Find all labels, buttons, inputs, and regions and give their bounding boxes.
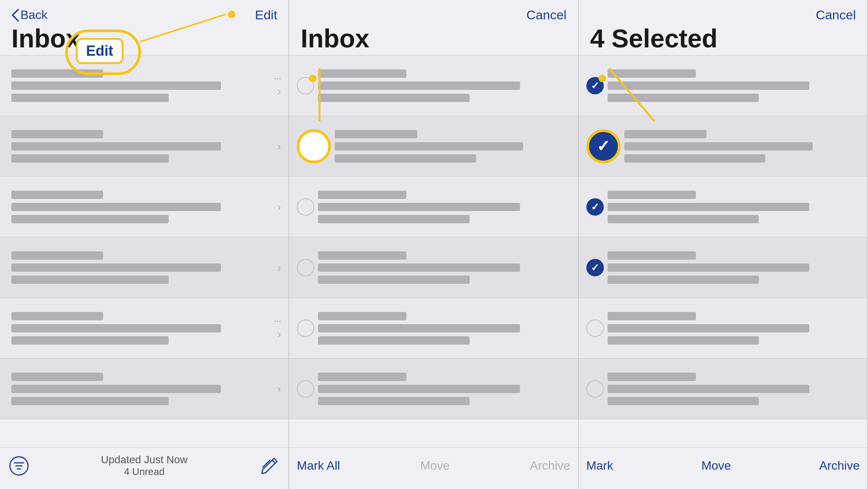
email-sender-line: [608, 373, 696, 381]
email-preview-line: [608, 397, 759, 405]
email-item[interactable]: [289, 55, 578, 116]
email-subject-line: [318, 82, 520, 90]
email-preview-line: [11, 276, 169, 284]
email-preview-line: [608, 215, 759, 223]
email-subject-line: [11, 385, 221, 393]
email-content: [8, 69, 273, 102]
svg-rect-5: [262, 459, 271, 468]
email-item[interactable]: [289, 298, 578, 359]
select-circle-unsel-5[interactable]: [586, 320, 604, 337]
filter-button[interactable]: [8, 455, 30, 477]
email-sender-line: [608, 312, 696, 320]
email-sender-line: [624, 130, 707, 138]
email-sender-line: [11, 373, 103, 381]
email-subject-line: [608, 82, 809, 90]
email-item[interactable]: [289, 237, 578, 298]
email-item[interactable]: ›: [0, 359, 288, 419]
email-content: [604, 191, 860, 223]
email-content: [604, 69, 860, 102]
email-subject-line: [318, 385, 520, 393]
panel3-email-list: ✓ ✓ ✓: [579, 55, 867, 447]
email-item[interactable]: [289, 359, 578, 419]
select-circle-6[interactable]: [297, 380, 314, 398]
email-subject-line: [335, 142, 523, 150]
callout-dot-check: [599, 75, 606, 82]
select-circle-selected-3[interactable]: ✓: [586, 198, 604, 216]
email-subject-line: [318, 263, 520, 272]
email-subject-line: [608, 324, 809, 332]
email-sender-line: [318, 251, 406, 260]
email-subject-line: [318, 203, 520, 211]
email-sender-line: [608, 69, 696, 78]
email-preview-line: [335, 154, 476, 163]
email-subject-line: [11, 203, 221, 211]
email-subject-line: [624, 142, 813, 150]
email-item[interactable]: ✓: [579, 177, 867, 237]
email-sender-line: [318, 191, 406, 199]
cancel-button-panel2[interactable]: Cancel: [526, 8, 567, 22]
email-item[interactable]: ›: [0, 177, 288, 237]
selected-title: 4 Selected: [590, 25, 856, 51]
email-sender-line: [318, 373, 406, 381]
panel2-email-list: [289, 55, 578, 447]
back-button[interactable]: Back: [11, 8, 47, 22]
inbox-title: Inbox: [11, 25, 277, 51]
chevron-right-icon: ›: [277, 261, 281, 274]
compose-button[interactable]: [258, 455, 281, 477]
email-item[interactable]: ✓: [579, 55, 867, 116]
select-circle-selected-2[interactable]: ✓: [586, 129, 620, 163]
select-circle-5[interactable]: [297, 320, 314, 337]
email-dots: ···: [274, 74, 281, 83]
email-item[interactable]: ··· ›: [0, 298, 288, 359]
chevron-right-icon: ›: [277, 328, 281, 340]
select-circle-1[interactable]: [297, 77, 314, 94]
email-content: [604, 251, 860, 284]
email-preview-line: [608, 94, 759, 102]
move-button-active[interactable]: Move: [701, 459, 731, 473]
footer-status: Updated Just Now 4 Unread: [101, 454, 188, 478]
email-preview-line: [318, 94, 469, 102]
email-sender-line: [608, 251, 696, 260]
email-preview-line: [11, 336, 169, 345]
chevron-right-icon: ›: [277, 140, 281, 153]
select-circle-selected-1[interactable]: ✓: [586, 77, 604, 94]
cancel-button-panel3[interactable]: Cancel: [816, 8, 856, 22]
panel1-footer: Updated Just Now 4 Unread: [0, 447, 288, 489]
email-content: [8, 130, 273, 163]
email-preview-line: [318, 215, 469, 223]
inbox-title-panel2: Inbox: [301, 25, 566, 51]
edit-button[interactable]: Edit: [255, 8, 277, 22]
email-item[interactable]: [579, 298, 867, 359]
mark-button[interactable]: Mark: [586, 459, 613, 473]
email-item[interactable]: [289, 177, 578, 237]
email-subject-line: [11, 142, 221, 150]
panel1-email-list: ··· › › › ›: [0, 55, 288, 447]
email-sender-line: [335, 130, 417, 138]
email-subject-line: [11, 324, 221, 332]
email-content: [604, 373, 860, 405]
email-item[interactable]: ›: [0, 116, 288, 177]
email-item[interactable]: ✓: [579, 237, 867, 298]
email-sender-line: [11, 251, 103, 260]
select-circle-3[interactable]: [297, 198, 314, 216]
email-subject-line: [608, 203, 809, 211]
select-circle-4[interactable]: [297, 259, 314, 276]
select-circle-selected-4[interactable]: ✓: [586, 259, 604, 276]
email-item[interactable]: [289, 116, 578, 177]
panel-inbox-selected: Cancel 4 Selected ✓ ✓: [579, 0, 868, 489]
select-circle-unsel-6[interactable]: [586, 380, 604, 398]
select-circle-2[interactable]: [297, 129, 331, 163]
email-sender-line: [318, 69, 406, 78]
email-item[interactable]: ›: [0, 237, 288, 298]
mark-all-button[interactable]: Mark All: [297, 459, 340, 473]
email-preview-line: [11, 397, 169, 405]
archive-button-active[interactable]: Archive: [819, 459, 860, 473]
email-content: [8, 312, 273, 345]
email-content: [620, 130, 860, 163]
callout-dot-circle: [309, 75, 316, 82]
email-content: [314, 251, 570, 284]
email-item[interactable]: ✓: [579, 116, 867, 177]
email-item[interactable]: [579, 359, 867, 419]
email-subject-line: [318, 324, 520, 332]
email-item[interactable]: ··· ›: [0, 55, 288, 116]
